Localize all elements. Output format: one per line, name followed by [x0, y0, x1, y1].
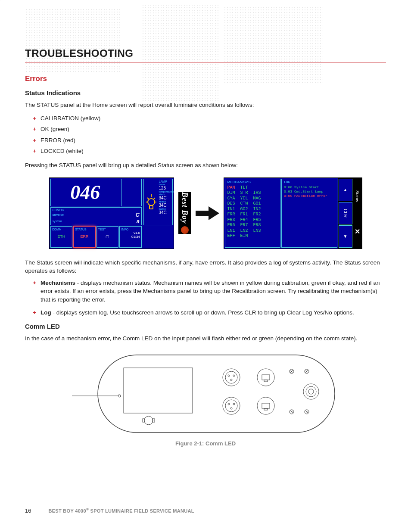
- comm-led-figure: [25, 351, 386, 437]
- clr-button[interactable]: CLR: [339, 202, 352, 224]
- mechanism-item: FR1: [240, 212, 253, 218]
- status-indication-item: ERROR (red): [33, 135, 386, 146]
- status-value: ERR: [75, 234, 94, 239]
- brand-text: Best Boy: [180, 192, 189, 224]
- subsection-status-indications: Status Indications: [25, 89, 386, 96]
- prg-logo-icon: [181, 226, 189, 234]
- status-label: STATUS: [75, 228, 94, 231]
- mechanism-item: LN1: [227, 228, 240, 234]
- comm-label: COMM: [52, 228, 71, 231]
- address-value: 046: [70, 183, 100, 202]
- log-panel: LOG 0:00 System Start0:03 Cmd:Start Lamp…: [281, 179, 337, 248]
- address-aux-panel: [121, 179, 142, 206]
- page-number: 16: [25, 507, 31, 514]
- universe-value: C: [136, 212, 140, 218]
- lamp-icon: [144, 193, 158, 212]
- mechanism-item: FR7: [240, 223, 253, 228]
- test-panel: TEST ▢: [97, 226, 119, 248]
- svg-point-5: [148, 199, 155, 205]
- mechanism-item: FR5: [253, 218, 266, 223]
- info-version: v1.0: [121, 231, 140, 235]
- svg-line-10: [147, 198, 149, 199]
- info-clock: 01:34: [121, 235, 140, 239]
- lamp-label: LAMP: [159, 180, 172, 183]
- info-panel: INFO v1.0 01:34: [119, 226, 142, 248]
- status-screen: MECHANISMS PANTLTDIMSTRIRSCYAYELMAGDESCT…: [224, 177, 362, 249]
- log-label: LOG: [284, 180, 335, 184]
- mechanism-item: EIN: [240, 233, 253, 239]
- status-panel[interactable]: STATUS ERR: [73, 226, 96, 248]
- universe-label: universe: [53, 213, 64, 216]
- section-errors: Errors: [25, 75, 386, 83]
- mechanism-item: FRR: [227, 212, 240, 218]
- page-footer: 16 BEST BOY 4000® SPOT LUMINAIRE FIELD S…: [25, 507, 386, 514]
- log-line: 0:05 PAN:motion error: [284, 194, 335, 198]
- mechanism-item: LN3: [253, 228, 266, 234]
- lamp-panel: LAMP hours 125 temperatures stack 34C he…: [143, 179, 173, 225]
- status-indication-item: CALIBRATION (yellow): [33, 113, 386, 124]
- comm-value: ETH: [52, 234, 71, 239]
- lamp-hours-value: 125: [159, 186, 172, 190]
- para-status-intro: The STATUS panel at the Home screen will…: [25, 101, 386, 109]
- lamp-temp-label: temperatures stack: [159, 190, 172, 196]
- log-line: 0:00 System Start: [284, 185, 335, 190]
- address-panel: 046: [50, 179, 121, 206]
- lamp-temp-3: 34C: [159, 210, 172, 215]
- mechanism-item: IN1: [227, 207, 240, 212]
- mechanism-item: FR3: [227, 218, 240, 223]
- system-value: a: [137, 218, 140, 224]
- mechanisms-panel[interactable]: MECHANISMS PANTLTDIMSTRIRSCYAYELMAGDESCT…: [225, 179, 281, 248]
- para-comm-led: In the case of a mechanism error, the Co…: [25, 334, 386, 343]
- status-side-label: Status ✕: [353, 178, 362, 249]
- mechanism-item: DES: [227, 201, 240, 207]
- mechanism-item: FR8: [253, 223, 266, 228]
- config-panel: CONFIG universeC systema: [50, 207, 142, 225]
- mechanism-item: FR6: [227, 223, 240, 228]
- mechanism-item: CTW: [240, 201, 253, 207]
- home-screen: 046 CONFIG universeC systema COMM ETH ST…: [49, 177, 174, 249]
- log-line: 0:03 Cmd:Start Lamp: [284, 190, 335, 194]
- status-indication-item: OK (green): [33, 124, 386, 135]
- info-label: INFO: [121, 228, 140, 231]
- status-operation-list: Mechanisms - displays mechanism status. …: [25, 279, 386, 317]
- lamp-temp-1: 34C: [159, 196, 172, 200]
- operation-item: Log - displays system log. Use touchscre…: [33, 308, 386, 317]
- config-label: CONFIG: [53, 208, 140, 212]
- mechanism-item: LN2: [240, 228, 253, 234]
- mechanism-item: GO2: [240, 207, 253, 212]
- footer-title: BEST BOY 4000® SPOT LUMINAIRE FIELD SERV…: [48, 507, 194, 513]
- mechanism-item: STR: [240, 190, 253, 196]
- mechanisms-label: MECHANISMS: [227, 180, 278, 184]
- svg-marker-12: [196, 206, 219, 220]
- comm-panel: COMM ETH: [50, 226, 73, 248]
- page-title: TROUBLESHOOTING: [25, 47, 386, 62]
- mechanism-item: CYA: [227, 196, 240, 202]
- status-indications-list: CALIBRATION (yellow)OK (green)ERROR (red…: [25, 113, 386, 157]
- status-side-buttons: ▲ CLR ▼: [338, 178, 353, 249]
- subsection-comm-led: Comm LED: [25, 323, 386, 330]
- svg-line-11: [154, 198, 155, 199]
- mechanism-item: YEL: [240, 196, 253, 202]
- svg-rect-6: [149, 205, 153, 209]
- scroll-down-button[interactable]: ▼: [339, 225, 352, 248]
- mechanism-item: IN2: [253, 207, 266, 212]
- arrow-icon: [196, 205, 219, 221]
- brand-strip: Best Boy: [178, 192, 191, 234]
- status-side-text: Status: [355, 190, 360, 202]
- operation-item: Mechanisms - displays mechanism status. …: [33, 279, 386, 304]
- mechanism-item: TLT: [240, 185, 253, 191]
- test-label: TEST: [98, 228, 117, 231]
- close-icon[interactable]: ✕: [355, 227, 360, 236]
- para-status-desc: The Status screen will indicate which sp…: [25, 258, 386, 275]
- system-label: system: [53, 220, 62, 223]
- para-press-status: Pressing the STATUS panel will bring up …: [25, 161, 386, 170]
- mechanism-item: FR4: [240, 218, 253, 223]
- mechanism-item: DIM: [227, 190, 240, 196]
- mechanism-item: MAG: [253, 196, 266, 202]
- scroll-up-button[interactable]: ▲: [339, 179, 352, 201]
- mechanism-item: PAN: [227, 185, 240, 191]
- status-indication-item: LOCKED (white): [33, 146, 386, 157]
- lamp-temp-2: 34C: [159, 203, 172, 208]
- mechanism-item: EFF: [227, 233, 240, 239]
- mechanism-item: FR2: [253, 212, 266, 218]
